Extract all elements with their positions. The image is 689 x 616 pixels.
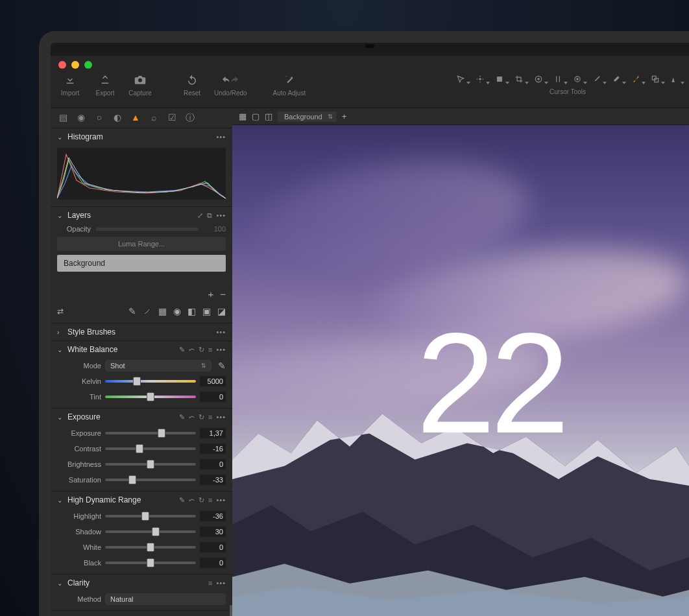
eraser-tool[interactable] xyxy=(609,73,624,86)
reset-button[interactable]: Reset xyxy=(179,73,205,97)
crop-tool[interactable] xyxy=(511,73,527,86)
reset-adj-icon[interactable]: ↻ xyxy=(199,496,204,504)
gradient-mask-icon[interactable]: ▦ xyxy=(158,306,167,316)
radial-mask-icon[interactable]: ◉ xyxy=(173,306,181,316)
remove-layer-icon[interactable]: − xyxy=(220,289,226,300)
annotate-tool[interactable] xyxy=(667,73,683,86)
layer-settings-icon[interactable]: ⇄ xyxy=(57,307,64,316)
copy-adj-icon[interactable]: ⤺ xyxy=(189,346,195,354)
copy-adj-icon[interactable]: ⤺ xyxy=(189,496,195,504)
brightness-slider[interactable] xyxy=(105,458,196,470)
keystone-tool[interactable] xyxy=(550,73,566,86)
clarity-header[interactable]: ⌄ Clarity ≡ ••• xyxy=(51,575,232,591)
copy-icon[interactable]: ⧉ xyxy=(207,211,212,220)
undo-redo-button[interactable]: Undo/Redo xyxy=(214,73,247,97)
wb-picker-icon[interactable]: ✎ xyxy=(218,361,226,371)
export-button[interactable]: Export xyxy=(92,73,118,97)
shadow-value[interactable]: 30 xyxy=(200,527,226,537)
invert-mask-icon[interactable]: ◪ xyxy=(217,306,226,316)
highlight-slider[interactable] xyxy=(105,510,196,522)
expand-icon[interactable]: ⤢ xyxy=(197,211,203,220)
black-slider[interactable] xyxy=(105,557,196,569)
more-icon[interactable]: ••• xyxy=(216,496,226,504)
highlight-value[interactable]: -36 xyxy=(200,511,226,521)
saturation-slider[interactable] xyxy=(105,474,196,486)
grid-view-icon[interactable]: ▦ xyxy=(239,112,247,121)
viewport-layer-select[interactable]: Background xyxy=(278,112,337,122)
style-brushes-header[interactable]: › Style Brushes ••• xyxy=(51,324,232,340)
menu-icon[interactable]: ≡ xyxy=(208,496,212,504)
kelvin-slider[interactable] xyxy=(105,375,196,387)
contrast-value[interactable]: -16 xyxy=(200,444,226,454)
adjustments-tab-icon[interactable]: ▲ xyxy=(130,112,141,124)
adjust-tab-icon[interactable]: ◐ xyxy=(112,112,123,124)
compare-view-icon[interactable]: ◫ xyxy=(265,112,272,121)
copy-adj-icon[interactable]: ⤺ xyxy=(189,413,195,421)
camera-tab-icon[interactable]: ◉ xyxy=(75,112,87,124)
spot-tool[interactable] xyxy=(570,73,585,86)
contrast-slider[interactable] xyxy=(105,443,196,455)
import-button[interactable]: Import xyxy=(57,73,83,97)
fill-mask-icon[interactable]: ▣ xyxy=(202,306,211,316)
opacity-slider[interactable] xyxy=(96,228,199,231)
auto-adjust-button[interactable]: Auto Adjust xyxy=(273,73,306,97)
circle-tab-icon[interactable]: ○ xyxy=(93,112,105,124)
more-icon[interactable]: ••• xyxy=(216,346,226,354)
menu-icon[interactable]: ≡ xyxy=(208,413,212,421)
more-icon[interactable]: ••• xyxy=(216,211,226,220)
capture-button[interactable]: Capture xyxy=(127,73,153,97)
shape-tool[interactable] xyxy=(492,73,507,86)
more-icon[interactable]: ••• xyxy=(216,413,226,421)
more-icon[interactable]: ••• xyxy=(216,328,226,336)
reset-adj-icon[interactable]: ↻ xyxy=(199,346,204,354)
more-icon[interactable]: ••• xyxy=(216,579,226,587)
method-select[interactable]: Natural xyxy=(105,593,226,605)
library-tab-icon[interactable]: ▤ xyxy=(57,112,69,124)
white-value[interactable]: 0 xyxy=(200,542,226,552)
info-tab-icon[interactable]: ⓘ xyxy=(184,112,196,124)
tint-value[interactable]: 0 xyxy=(200,392,226,402)
picker-icon[interactable]: ✎ xyxy=(179,413,185,421)
saturation-value[interactable]: -33 xyxy=(200,475,226,485)
menu-icon[interactable]: ≡ xyxy=(208,346,212,354)
histogram-header[interactable]: ⌄ Histogram ••• xyxy=(51,128,232,145)
gradient-tool[interactable] xyxy=(628,73,644,86)
black-value[interactable]: 0 xyxy=(200,558,226,568)
minimize-window-button[interactable] xyxy=(71,61,79,69)
white-balance-header[interactable]: ⌄ White Balance ✎ ⤺ ↻ ≡ ••• xyxy=(51,341,232,358)
hdr-header[interactable]: ⌄ High Dynamic Range ✎ ⤺ ↻ ≡ ••• xyxy=(51,492,232,508)
pointer-tool[interactable] xyxy=(453,73,468,86)
add-variant-icon[interactable]: + xyxy=(342,112,347,121)
menu-icon[interactable]: ≡ xyxy=(208,579,212,587)
mode-select[interactable]: Shot ⇅ xyxy=(105,360,212,372)
more-icon[interactable]: ••• xyxy=(216,133,226,141)
shadow-slider[interactable] xyxy=(105,526,196,538)
brightness-value[interactable]: 0 xyxy=(200,459,226,469)
maximize-window-button[interactable] xyxy=(84,61,92,69)
close-window-button[interactable] xyxy=(58,61,66,69)
exposure-slider[interactable] xyxy=(105,427,196,439)
picker-icon[interactable]: ✎ xyxy=(128,306,136,316)
single-view-icon[interactable]: ▢ xyxy=(252,112,260,121)
layers-header[interactable]: ⌄ Layers ⤢ ⧉ ••• xyxy=(51,207,232,224)
picker-icon[interactable]: ✎ xyxy=(179,346,185,354)
picker-icon[interactable]: ✎ xyxy=(179,496,185,504)
search-tab-icon[interactable]: ⌕ xyxy=(148,112,160,124)
kelvin-value[interactable]: 5000 xyxy=(200,376,226,386)
metadata-tab-icon[interactable]: ☑ xyxy=(166,112,178,124)
tint-slider[interactable] xyxy=(105,391,196,403)
hand-tool[interactable] xyxy=(472,73,488,86)
background-layer-item[interactable]: Background xyxy=(57,255,226,272)
clone-tool[interactable] xyxy=(647,73,663,86)
brush-tool[interactable] xyxy=(589,73,605,86)
reset-adj-icon[interactable]: ↻ xyxy=(199,413,204,421)
exposure-header[interactable]: ⌄ Exposure ✎ ⤺ ↻ ≡ ••• xyxy=(51,409,232,425)
exposure-value[interactable]: 1,37 xyxy=(200,428,226,438)
image-canvas[interactable]: 22 xyxy=(232,125,689,616)
white-slider[interactable] xyxy=(105,541,196,553)
brush-mask-icon[interactable]: ⟋ xyxy=(143,306,152,316)
erase-mask-icon[interactable]: ◧ xyxy=(187,306,196,316)
luma-range-button[interactable]: Luma Range... xyxy=(57,237,226,251)
rotate-tool[interactable] xyxy=(531,73,546,86)
add-layer-icon[interactable]: + xyxy=(208,289,213,300)
